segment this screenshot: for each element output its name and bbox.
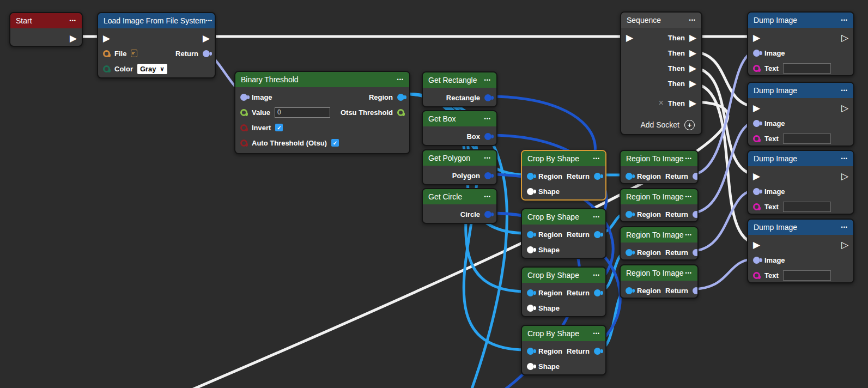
return-socket[interactable] (693, 249, 699, 256)
text-socket[interactable] (753, 135, 760, 142)
image-socket[interactable] (240, 94, 247, 101)
region-socket[interactable] (626, 249, 633, 256)
exec-in-pin[interactable]: ▶ (753, 240, 760, 250)
menu-icon[interactable]: ••• (484, 194, 491, 199)
exec-out-pin[interactable]: ▶ (203, 34, 210, 43)
exec-out-pin[interactable]: ▶ (689, 33, 696, 43)
node-dump-image-1[interactable]: Dump Image ••• ▶ ▷ Image Text (747, 11, 854, 76)
node-crop-by-shape-1[interactable]: Crop By Shape ••• Region Return Shape (521, 150, 606, 201)
menu-icon[interactable]: ••• (484, 155, 491, 161)
node-start[interactable]: Start ••• ▶ (9, 12, 83, 47)
node-start-header[interactable]: Start ••• (10, 13, 82, 28)
file-socket[interactable] (103, 50, 110, 57)
menu-icon[interactable]: ••• (689, 17, 696, 23)
exec-out-pin[interactable]: ▷ (841, 172, 848, 181)
invert-checkbox[interactable] (275, 124, 283, 131)
return-socket[interactable] (203, 50, 210, 57)
shape-socket[interactable] (527, 305, 534, 312)
return-socket[interactable] (594, 289, 601, 296)
node-crop-by-shape-4[interactable]: Crop By Shape ••• Region Return Shape (521, 325, 606, 375)
image-socket[interactable] (753, 120, 760, 127)
node-crop-by-shape-header[interactable]: Crop By Shape ••• (522, 209, 605, 225)
menu-icon[interactable]: ••• (685, 194, 692, 199)
exec-out-pin[interactable]: ▷ (841, 240, 848, 250)
region-socket[interactable] (397, 94, 404, 101)
node-crop-by-shape-2[interactable]: Crop By Shape ••• Region Return Shape (521, 208, 606, 259)
text-input[interactable] (783, 63, 831, 74)
menu-icon[interactable]: ••• (593, 272, 600, 278)
exec-out-pin[interactable]: ▶ (70, 34, 77, 43)
return-socket[interactable] (693, 287, 699, 294)
node-dump-image-header[interactable]: Dump Image ••• (748, 13, 853, 28)
return-socket[interactable] (594, 231, 601, 238)
exec-in-pin[interactable]: ▶ (103, 34, 110, 43)
node-get-rectangle[interactable]: Get Rectangle ••• Rectangle (422, 71, 497, 107)
region-socket[interactable] (527, 173, 534, 180)
text-socket[interactable] (753, 65, 760, 72)
region-socket[interactable] (527, 348, 534, 355)
value-input[interactable] (275, 107, 330, 118)
node-crop-by-shape-header[interactable]: Crop By Shape ••• (522, 326, 605, 341)
node-get-box-header[interactable]: Get Box ••• (423, 111, 496, 126)
node-dump-image-3[interactable]: Dump Image ••• ▶ ▷ Image Text (747, 150, 854, 215)
shape-socket[interactable] (527, 363, 534, 370)
image-socket[interactable] (753, 188, 760, 195)
node-region-to-image-3[interactable]: Region To Image ••• Region Return (620, 226, 699, 260)
node-dump-image-header[interactable]: Dump Image ••• (748, 83, 853, 98)
invert-socket[interactable] (240, 124, 247, 131)
auto-threshold-socket[interactable] (240, 140, 247, 147)
node-load-image[interactable]: Load Image From File System ••• ▶ ▶ File… (97, 12, 216, 78)
color-socket[interactable] (103, 65, 110, 72)
menu-icon[interactable]: ••• (685, 270, 692, 276)
exec-in-pin[interactable]: ▶ (753, 172, 760, 181)
menu-icon[interactable]: ••• (70, 18, 76, 23)
menu-icon[interactable]: ••• (397, 77, 404, 82)
node-crop-by-shape-header[interactable]: Crop By Shape ••• (522, 268, 605, 283)
node-region-to-image-header[interactable]: Region To Image ••• (621, 189, 697, 204)
menu-icon[interactable]: ••• (685, 156, 692, 161)
node-dump-image-header[interactable]: Dump Image ••• (748, 151, 853, 166)
image-socket[interactable] (753, 50, 760, 57)
region-socket[interactable] (626, 173, 633, 180)
node-get-polygon[interactable]: Get Polygon ••• Polygon (422, 149, 497, 185)
otsu-threshold-socket[interactable] (397, 109, 404, 116)
node-region-to-image-1[interactable]: Region To Image ••• Region Return (620, 150, 699, 184)
node-binary-threshold-header[interactable]: Binary Threshold ••• (235, 72, 409, 87)
region-socket[interactable] (626, 287, 633, 294)
node-editor-canvas[interactable]: Start ••• ▶ Load Image From File System … (0, 0, 868, 388)
text-input[interactable] (783, 270, 831, 281)
region-socket[interactable] (626, 211, 633, 218)
node-load-image-header[interactable]: Load Image From File System ••• (98, 13, 215, 28)
exec-in-pin[interactable]: ▶ (626, 33, 633, 43)
node-region-to-image-header[interactable]: Region To Image ••• (621, 227, 697, 242)
exec-out-pin[interactable]: ▶ (689, 48, 696, 58)
node-region-to-image-header[interactable]: Region To Image ••• (621, 265, 697, 281)
text-socket[interactable] (753, 272, 760, 279)
node-dump-image-header[interactable]: Dump Image ••• (748, 220, 853, 235)
node-binary-threshold[interactable]: Binary Threshold ••• Image Region Value … (234, 71, 410, 154)
node-get-circle[interactable]: Get Circle ••• Circle (422, 188, 497, 224)
return-socket[interactable] (594, 173, 601, 180)
wire-image-rti4-dump4[interactable] (690, 259, 756, 289)
menu-icon[interactable]: ••• (593, 331, 600, 336)
value-socket[interactable] (240, 109, 247, 116)
exec-out-pin[interactable]: ▶ (689, 79, 696, 88)
image-socket[interactable] (753, 257, 760, 264)
menu-icon[interactable]: ••• (484, 77, 491, 83)
menu-icon[interactable]: ••• (841, 225, 848, 230)
node-sequence-header[interactable]: Sequence ••• (621, 13, 701, 28)
menu-icon[interactable]: ••• (841, 88, 848, 93)
exec-out-pin[interactable]: ▶ (689, 64, 696, 73)
document-icon[interactable] (131, 50, 137, 57)
text-input[interactable] (783, 134, 831, 144)
node-region-to-image-2[interactable]: Region To Image ••• Region Return (620, 188, 699, 222)
exec-out-pin[interactable]: ▶ (689, 99, 696, 108)
remove-socket-icon[interactable]: × (659, 99, 664, 107)
text-input[interactable] (783, 202, 831, 212)
wire-image-rti3-dump3[interactable] (690, 190, 756, 251)
node-sequence[interactable]: Sequence ••• ▶ Then ▶ Then ▶ Then ▶ Then… (620, 11, 702, 135)
menu-icon[interactable]: ••• (841, 156, 848, 161)
box-socket[interactable] (484, 133, 491, 140)
region-socket[interactable] (527, 231, 534, 238)
color-dropdown[interactable]: Gray ∨ (137, 64, 167, 74)
